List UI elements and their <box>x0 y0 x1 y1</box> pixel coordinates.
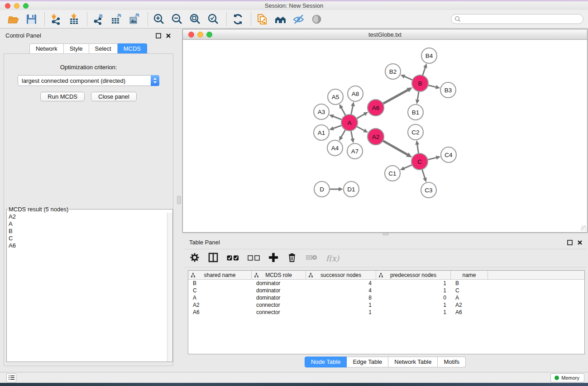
network-zoom-button[interactable] <box>206 32 212 38</box>
edge-A-A7[interactable] <box>351 130 353 139</box>
edge-C-C4[interactable] <box>427 157 437 160</box>
edge-A-A3[interactable] <box>333 116 343 120</box>
unselect-all-columns-icon[interactable] <box>248 254 260 262</box>
cell-shared-name[interactable]: A <box>188 295 252 301</box>
tab-network-table[interactable]: Network Table <box>388 357 438 367</box>
cell-MCDS-role[interactable]: connector <box>252 302 306 308</box>
edge-B-B4[interactable] <box>422 67 425 76</box>
cell-shared-name[interactable]: C <box>188 287 252 294</box>
column-header-name[interactable]: name <box>451 271 488 279</box>
edge-C-C1[interactable] <box>404 164 413 168</box>
edge-A-A6[interactable] <box>356 114 365 119</box>
result-item[interactable]: A6 <box>7 242 167 249</box>
tab-network[interactable]: Network <box>29 43 64 54</box>
result-scrollbar[interactable] <box>167 213 172 362</box>
select-all-columns-icon[interactable] <box>227 254 239 262</box>
edge-C-C2[interactable] <box>417 144 419 154</box>
cell-MCDS-role[interactable]: dominator <box>252 280 306 286</box>
column-header-predecessor-nodes[interactable]: predecessor nodes <box>376 271 451 279</box>
close-window-button[interactable] <box>5 3 10 9</box>
column-header-MCDS-role[interactable]: MCDS role <box>252 271 306 279</box>
close-table-panel-icon[interactable] <box>577 240 583 245</box>
close-panel-button[interactable]: Close panel <box>91 92 137 101</box>
resize-grip-icon[interactable] <box>581 225 587 231</box>
open-session-icon[interactable] <box>7 13 19 25</box>
cell-shared-name[interactable]: A6 <box>188 309 252 315</box>
cell-MCDS-role[interactable]: dominator <box>252 287 306 294</box>
cell-successor-nodes[interactable]: 1 <box>306 302 376 308</box>
cell-predecessor-nodes[interactable]: 1 <box>376 309 451 315</box>
table-row[interactable]: A2connector11A2 <box>188 301 584 309</box>
zoom-out-icon[interactable] <box>171 13 183 25</box>
tab-style[interactable]: Style <box>64 43 89 54</box>
tab-mcds[interactable]: MCDS <box>118 43 147 54</box>
zoom-window-button[interactable] <box>23 3 29 9</box>
edge-A-A8[interactable] <box>351 105 353 115</box>
show-panels-button[interactable] <box>6 373 16 382</box>
cell-name[interactable]: B <box>451 280 488 286</box>
edge-A2-C[interactable] <box>382 140 408 155</box>
edge-B-B2[interactable] <box>404 76 414 81</box>
cell-name[interactable]: A <box>451 295 488 301</box>
table-row[interactable]: Bdominator41B <box>188 280 584 287</box>
tab-motifs[interactable]: Motifs <box>438 357 466 367</box>
zoom-in-icon[interactable] <box>153 13 165 25</box>
result-item[interactable]: C <box>7 235 167 242</box>
result-item[interactable]: A <box>7 220 167 228</box>
zoom-selected-icon[interactable] <box>207 13 220 25</box>
float-table-panel-icon[interactable] <box>567 240 573 245</box>
run-mcds-button[interactable]: Run MCDS <box>40 92 85 101</box>
vertical-splitter-handle[interactable] <box>177 196 181 204</box>
cell-name[interactable]: C <box>451 287 488 294</box>
table-row[interactable]: Cdominator41C <box>188 287 584 294</box>
show-graphics-details-icon[interactable] <box>311 13 323 25</box>
cell-MCDS-role[interactable]: connector <box>252 309 306 315</box>
cell-shared-name[interactable]: A2 <box>188 302 252 308</box>
edge-A-A2[interactable] <box>356 126 364 131</box>
delete-columns-trash-icon[interactable] <box>287 253 297 264</box>
result-item[interactable]: A2 <box>7 213 167 220</box>
export-image-icon[interactable] <box>129 13 141 25</box>
import-network-icon[interactable] <box>50 13 62 25</box>
first-neighbors-icon[interactable] <box>274 13 287 25</box>
cell-name[interactable]: A6 <box>451 309 488 315</box>
network-close-button[interactable] <box>188 32 194 38</box>
edge-A-A1[interactable] <box>333 125 342 129</box>
save-session-icon[interactable] <box>25 13 38 25</box>
horizontal-splitter-handle[interactable] <box>382 233 389 235</box>
cell-name[interactable]: A2 <box>451 302 488 308</box>
tab-select[interactable]: Select <box>89 43 118 54</box>
edge-A6-B[interactable] <box>382 90 408 104</box>
column-header-shared-name[interactable]: shared name <box>188 271 252 279</box>
cell-successor-nodes[interactable]: 8 <box>306 295 376 301</box>
edge-A-A4[interactable] <box>341 129 346 138</box>
cell-MCDS-role[interactable]: dominator <box>252 295 306 301</box>
criterion-select[interactable]: largest connected component (directed) <box>18 75 159 86</box>
edge-C-C3[interactable] <box>422 168 425 178</box>
create-new-column-icon[interactable] <box>268 253 278 264</box>
export-table-icon[interactable] <box>110 13 123 25</box>
cell-predecessor-nodes[interactable]: 1 <box>376 302 451 308</box>
cell-predecessor-nodes[interactable]: 1 <box>376 280 451 286</box>
edge-A-A5[interactable] <box>341 108 346 116</box>
table-row[interactable]: A6connector11A6 <box>188 309 584 316</box>
search-input[interactable] <box>463 16 583 22</box>
import-table-icon[interactable] <box>68 13 80 25</box>
zoom-fit-icon[interactable] <box>189 13 201 25</box>
cell-shared-name[interactable]: B <box>188 280 252 286</box>
network-graph[interactable]: B4B2BB3A5A8A6A3B1AC2A1A2A4A7C4CC1DD1C3 <box>183 40 587 232</box>
float-panel-icon[interactable] <box>156 33 161 38</box>
cell-predecessor-nodes[interactable]: 1 <box>376 287 451 294</box>
cell-predecessor-nodes[interactable]: 0 <box>376 295 451 301</box>
edge-B-B3[interactable] <box>427 85 436 87</box>
cell-successor-nodes[interactable]: 1 <box>306 309 376 315</box>
hide-graphics-details-icon[interactable] <box>292 13 305 25</box>
column-header-successor-nodes[interactable]: successor nodes <box>306 271 376 279</box>
table-row[interactable]: Adominator80A <box>188 294 584 301</box>
result-item[interactable]: B <box>7 228 167 235</box>
memory-button[interactable]: Memory <box>550 373 584 382</box>
tab-node-table[interactable]: Node Table <box>305 357 347 367</box>
new-network-from-selection-icon[interactable] <box>256 13 268 25</box>
tab-edge-table[interactable]: Edge Table <box>347 357 388 367</box>
cell-successor-nodes[interactable]: 4 <box>306 287 376 294</box>
